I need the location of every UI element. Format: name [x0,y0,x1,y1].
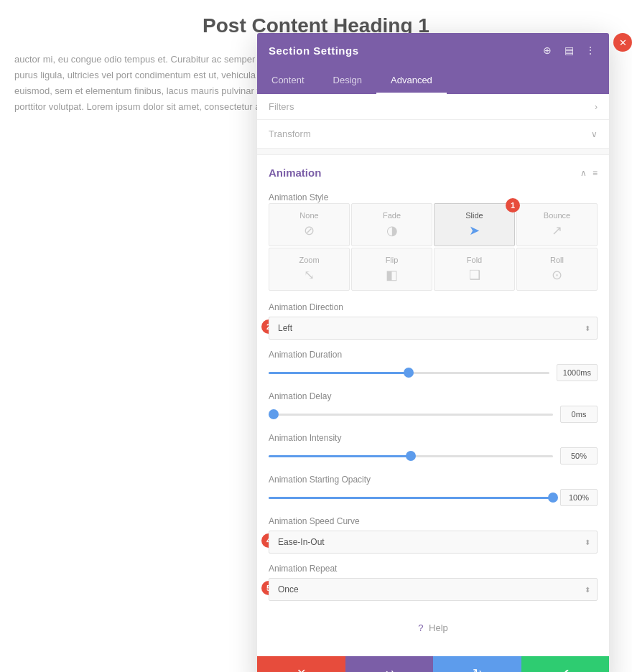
style-flip-icon: ◧ [386,267,398,283]
panel-body: Filters › Transform ∨ Animation ∧ ≡ Anim… [257,94,609,656]
animation-delay-row: Animation Delay 0ms [269,391,598,423]
animation-intensity-value: 50% [560,447,598,465]
animation-speed-label: Animation Speed Curve [269,516,598,526]
direction-select-wrapper: Left Right Top Bottom ⬍ [269,317,598,340]
panel-title: Section Settings [269,45,359,57]
close-x-button[interactable]: ✕ [613,33,632,52]
save-button[interactable]: ✔ [521,656,610,672]
redo-button[interactable]: ↻ [433,656,521,672]
animation-duration-fill [269,372,409,374]
style-zoom-icon: ⤡ [304,267,315,283]
help-icon: ? [418,622,423,633]
speed-select[interactable]: Ease-In-Out Linear Ease Ease-In Ease-Out [269,531,598,554]
animation-collapse-icon[interactable]: ∧ [580,168,587,178]
animation-speed-row: Animation Speed Curve 4 Ease-In-Out Line… [269,516,598,554]
animation-intensity-thumb[interactable] [406,451,416,461]
animation-direction-label: Animation Direction [269,302,598,312]
tab-design[interactable]: Design [319,67,376,94]
style-zoom-label: Zoom [299,256,319,264]
layout-icon[interactable]: ▤ [562,43,576,57]
animation-opacity-slider-row: 100% [269,489,598,506]
animation-intensity-slider-row: 50% [269,447,598,465]
filters-label: Filters [269,101,294,112]
undo-button[interactable]: ↩ [345,656,434,672]
style-fold-label: Fold [467,256,482,264]
style-bounce-label: Bounce [544,211,570,220]
animation-style-grid: None ⊘ Fade ◑ 1 Slide ➤ [269,203,598,291]
animation-duration-thumb[interactable] [404,368,414,378]
speed-select-wrapper: Ease-In-Out Linear Ease Ease-In Ease-Out… [269,531,598,554]
animation-duration-track [269,372,549,374]
filters-expand-icon: › [595,102,598,112]
help-row: ? Help [269,611,598,645]
animation-repeat-label: Animation Repeat [269,564,598,574]
style-fade-icon: ◑ [386,223,398,238]
target-icon[interactable]: ⊕ [540,43,554,57]
animation-title: Animation [269,167,321,179]
animation-opacity-thumb[interactable] [548,493,558,503]
animation-delay-thumb[interactable] [269,409,279,419]
animation-style-row: Animation Style None ⊘ Fade ◑ 1 [269,190,598,291]
animation-intensity-label: Animation Intensity [269,433,598,443]
tab-content[interactable]: Content [257,67,319,94]
transform-label: Transform [269,129,311,139]
style-fade[interactable]: Fade ◑ [351,203,432,246]
style-flip-label: Flip [386,256,399,264]
style-none[interactable]: None ⊘ [269,203,350,246]
animation-delay-label: Animation Delay [269,391,598,401]
direction-select[interactable]: Left Right Top Bottom [269,317,598,340]
style-zoom[interactable]: Zoom ⤡ [269,248,350,291]
transform-row[interactable]: Transform ∨ [257,120,609,149]
animation-opacity-value: 100% [560,489,598,506]
animation-opacity-track [269,497,553,499]
style-bounce-icon: ↗ [552,223,562,238]
animation-controls: ∧ ≡ [580,168,598,178]
style-none-icon: ⊘ [304,223,315,238]
transform-expand-icon: ∨ [591,129,598,139]
style-roll[interactable]: Roll ⊙ [516,248,598,291]
animation-section: Animation ∧ ≡ Animation Style None ⊘ [257,154,609,656]
style-slide[interactable]: 1 Slide ➤ [434,203,515,246]
section-settings-panel: Section Settings ⊕ ▤ ⋮ Content Design Ad… [257,33,609,672]
style-none-label: None [299,211,318,220]
tab-advanced[interactable]: Advanced [376,67,447,94]
animation-opacity-row: Animation Starting Opacity 100% [269,475,598,506]
panel-footer: ✕ ↩ ↻ ✔ [257,656,609,672]
animation-duration-value: 1000ms [557,364,598,381]
more-icon[interactable]: ⋮ [583,43,598,57]
animation-menu-icon[interactable]: ≡ [592,168,598,178]
panel-header-icons: ⊕ ▤ ⋮ [540,43,598,57]
filters-row[interactable]: Filters › [257,94,609,120]
animation-delay-track [269,414,553,416]
style-roll-icon: ⊙ [552,267,562,283]
animation-duration-row: Animation Duration 1000ms [269,350,598,381]
animation-duration-slider-row: 1000ms [269,364,598,381]
animation-opacity-label: Animation Starting Opacity [269,475,598,485]
panel-header: Section Settings ⊕ ▤ ⋮ [257,33,609,67]
style-fold[interactable]: Fold ❑ [434,248,515,291]
animation-intensity-track [269,455,553,457]
animation-direction-row: Animation Direction 2 Left Right Top Bot… [269,302,598,340]
cancel-button[interactable]: ✕ [257,656,345,672]
style-bounce[interactable]: Bounce ↗ [516,203,598,246]
style-roll-label: Roll [550,256,564,264]
help-label[interactable]: Help [429,622,448,633]
repeat-select-wrapper: Once Loop Infinite ⬍ [269,578,598,601]
style-fade-label: Fade [383,211,401,220]
style-flip[interactable]: Flip ◧ [351,248,432,291]
animation-intensity-row: Animation Intensity 50% [269,433,598,465]
animation-duration-label: Animation Duration [269,350,598,360]
badge-1: 1 [506,198,520,213]
animation-section-header: Animation ∧ ≡ [269,167,598,179]
animation-style-label: Animation Style [269,192,328,202]
animation-delay-value: 0ms [560,406,598,423]
repeat-select[interactable]: Once Loop Infinite [269,578,598,601]
style-slide-label: Slide [465,211,483,220]
animation-repeat-row: Animation Repeat 5 Once Loop Infinite ⬍ [269,564,598,601]
style-fold-icon: ❑ [469,267,480,283]
animation-intensity-fill [269,455,411,457]
panel-tabs: Content Design Advanced [257,67,609,94]
animation-opacity-fill [269,497,553,499]
style-slide-icon: ➤ [469,223,480,238]
animation-delay-slider-row: 0ms [269,406,598,423]
